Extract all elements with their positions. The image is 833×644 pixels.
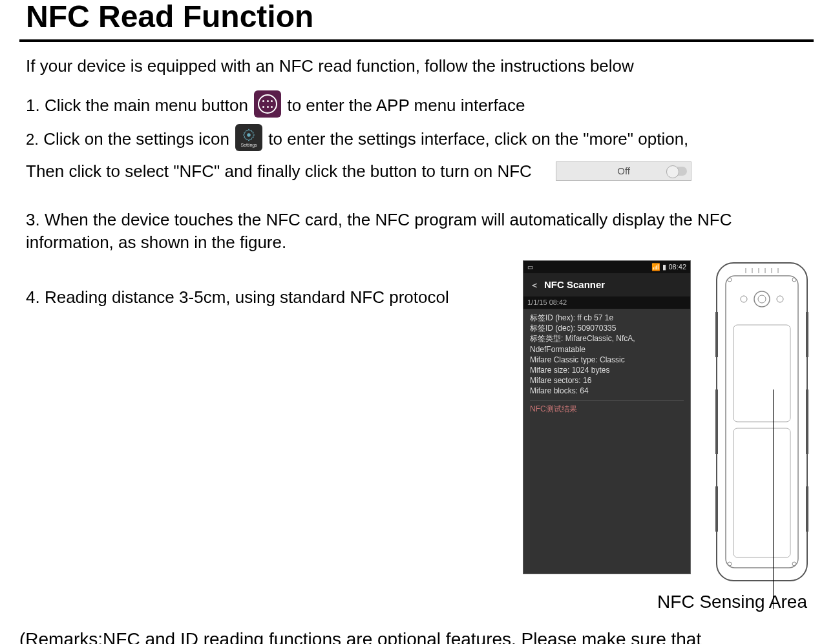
scan-line: 标签ID (dec): 509070335 xyxy=(530,323,684,333)
svg-point-18 xyxy=(777,296,783,302)
back-icon: ＜ xyxy=(530,279,539,291)
step-1-text-b: to enter the APP menu interface xyxy=(287,96,525,115)
pointer-line xyxy=(773,390,774,609)
step-2-text-b: to enter the settings interface, click o… xyxy=(268,129,688,149)
remarks: (Remarks:NFC and ID reading functions ar… xyxy=(19,627,814,644)
step-2-text-c: Then click to select "NFC" and finally c… xyxy=(26,161,532,181)
step-2-number: 2. xyxy=(26,130,39,148)
svg-point-22 xyxy=(792,278,796,282)
nfc-toggle[interactable]: Off xyxy=(556,161,691,181)
battery-icon: ▮ xyxy=(662,263,666,271)
scan-line: Mifare sectors: 16 xyxy=(530,375,684,386)
step-3: 3. When the device touches the NFC card,… xyxy=(26,209,814,254)
scan-date: 1/1/15 08:42 xyxy=(523,296,690,309)
main-menu-icon xyxy=(254,90,281,118)
scan-line: Mifare size: 1024 bytes xyxy=(530,365,684,375)
svg-point-0 xyxy=(247,133,251,137)
sensing-area-label: NFC Sensing Area xyxy=(26,590,814,614)
title-rule xyxy=(19,39,814,42)
step-2-line1: 2. Click on the settings icon Settings t… xyxy=(26,127,814,154)
settings-icon-label: Settings xyxy=(240,143,257,147)
scan-line: Mifare Classic type: Classic xyxy=(530,355,684,365)
svg-point-23 xyxy=(728,562,732,566)
status-right: 📶 ▮ 08:42 xyxy=(651,262,686,272)
svg-point-16 xyxy=(758,295,766,303)
step-1-text-a: 1. Click the main menu button xyxy=(26,96,248,115)
step-4: 4. Reading distance 3-5cm, using standar… xyxy=(26,286,507,309)
step-2-line2: Then click to select "NFC" and finally c… xyxy=(26,160,814,183)
svg-point-21 xyxy=(728,278,732,282)
intro-text: If your device is equipped with an NFC r… xyxy=(26,55,814,78)
step-2-text-a: Click on the settings icon xyxy=(43,129,229,149)
page-title: NFC Read Function xyxy=(26,0,814,34)
scan-line: 标签ID (hex): ff cb 57 1e xyxy=(530,313,684,323)
device-outline xyxy=(710,260,814,583)
settings-icon: Settings xyxy=(235,124,262,151)
svg-rect-20 xyxy=(733,428,790,557)
svg-point-15 xyxy=(754,291,770,307)
scan-line: NdefFormatable xyxy=(530,344,684,355)
scan-line: Mifare blocks: 64 xyxy=(530,386,684,396)
scan-line: 标签类型: MifareClassic, NfcA, xyxy=(530,333,684,344)
app-title: NFC Scanner xyxy=(544,278,605,291)
step-1: 1. Click the main menu button to enter t… xyxy=(26,93,814,120)
scan-section: NFC测试结果 xyxy=(530,400,684,417)
scan-body: 标签ID (hex): ff cb 57 1e 标签ID (dec): 5090… xyxy=(523,309,690,425)
status-doc-icon: ▭ xyxy=(527,263,533,272)
toggle-knob-icon xyxy=(666,167,687,176)
svg-rect-19 xyxy=(733,325,790,422)
svg-point-17 xyxy=(741,296,747,302)
nfc-toggle-label: Off xyxy=(617,165,630,178)
remarks-line-1: (Remarks:NFC and ID reading functions ar… xyxy=(19,627,814,644)
svg-point-24 xyxy=(792,562,796,566)
nfc-scanner-screenshot: ▭ 📶 ▮ 08:42 ＜ NFC Scanner 1/1/15 08:42 标… xyxy=(523,260,691,574)
signal-icon: 📶 xyxy=(651,263,660,271)
status-time: 08:42 xyxy=(668,263,686,271)
